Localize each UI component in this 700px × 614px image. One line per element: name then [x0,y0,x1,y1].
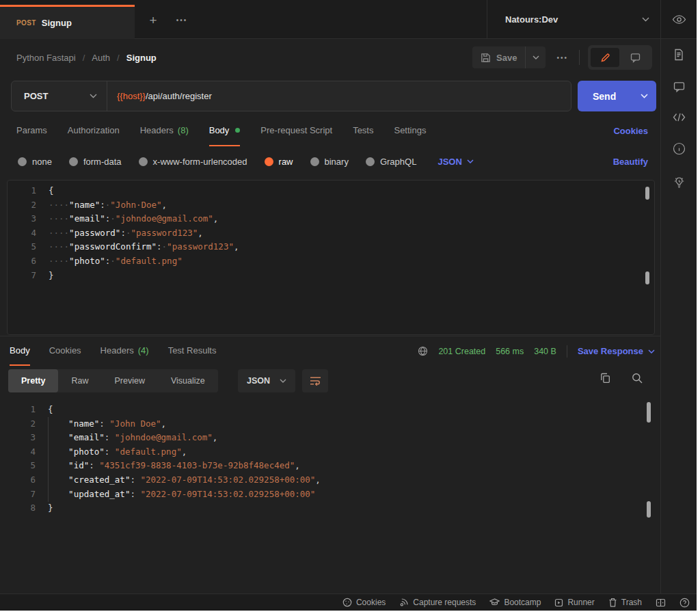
raw-format-dropdown[interactable]: JSON [438,157,473,167]
code-line: 8} [0,501,660,516]
statusbar-help-button[interactable] [679,598,690,608]
breadcrumb-folder[interactable]: Auth [92,53,110,63]
copy-response-button[interactable] [600,373,610,384]
chevron-down-icon [90,94,97,98]
code-line: 6····"photo":·"default.png" [8,254,654,269]
response-tab-cookies[interactable]: Cookies [49,336,81,366]
tab-options-button[interactable]: ••• [172,12,191,28]
cookies-link[interactable]: Cookies [613,115,648,146]
send-button[interactable]: Send [578,81,656,111]
globe-icon [418,346,428,356]
more-options-icon: ••• [556,54,568,62]
scrollbar-thumb[interactable] [645,271,649,284]
save-response-button[interactable]: Save Response [578,346,655,356]
status-bar: Cookies Capture requests Bootcamp Runner… [0,593,697,611]
statusbar-panels-button[interactable] [656,598,666,607]
statusbar-trash-button[interactable]: Trash [608,598,642,607]
radio-x-www-form-urlencoded[interactable]: x-www-form-urlencoded [139,157,247,167]
code-line: 5 "id": "4351cf39-8838-4103-b73e-92b8f48… [0,459,660,473]
new-tab-button[interactable]: + [145,12,161,28]
scrollbar-thumb[interactable] [647,501,651,518]
view-visualize-button[interactable]: Visualize [158,369,218,392]
radio-icon [139,157,148,166]
method-dropdown[interactable]: POST [12,81,107,111]
response-time: 566 ms [496,347,524,356]
radio-raw[interactable]: raw [265,157,293,167]
save-button-label: Save [496,53,517,63]
copy-icon [600,373,610,384]
statusbar-runner-button[interactable]: Runner [554,598,594,607]
chevron-down-icon [280,379,286,383]
code-line: 3····"email":·"johndoe@gmail.com", [8,212,654,226]
divider [579,50,580,65]
response-body-viewer[interactable]: 1{2 "name": "John Doe",3 "email": "johnd… [0,396,660,593]
tab-body[interactable]: Body [209,115,241,146]
radio-form-data[interactable]: form-data [69,157,122,167]
environment-quick-look-button[interactable] [660,0,697,39]
url-input[interactable]: {{host}}/api/auth/register [107,81,212,111]
request-actions: Save ••• [472,40,652,75]
view-pretty-button[interactable]: Pretty [8,369,58,392]
radio-icon [18,157,27,166]
view-preview-button[interactable]: Preview [101,369,157,392]
breadcrumb-collection[interactable]: Python Fastapi [16,53,76,63]
response-toolbar: Pretty Raw Preview Visualize JSON [0,366,660,396]
save-button[interactable]: Save [472,46,525,68]
tab-settings[interactable]: Settings [394,115,426,146]
code-snippet-icon[interactable] [673,113,686,122]
tab-authorization[interactable]: Authorization [68,115,120,146]
beautify-link[interactable]: Beautify [613,157,648,167]
divider [567,345,567,358]
response-tab-body[interactable]: Body [10,336,30,366]
help-icon [679,598,690,608]
tab-headers[interactable]: Headers(8) [140,115,189,146]
request-method-badge: POST [16,19,36,27]
save-options-button[interactable] [525,46,546,68]
documentation-icon[interactable] [673,49,684,61]
search-response-button[interactable] [632,373,643,384]
tab-tests[interactable]: Tests [353,115,373,146]
comments-mode-button[interactable] [621,48,649,67]
environment-selector[interactable]: Natours:Dev [487,0,660,39]
response-format-value: JSON [247,376,270,386]
status-badge: 201 Created [438,347,485,356]
response-body-code: 1{2 "name": "John Doe",3 "email": "johnd… [0,403,660,516]
lightbulb-icon[interactable] [673,176,686,189]
edit-mode-button[interactable] [591,48,619,67]
eye-icon [672,14,686,25]
cookie-icon [342,598,352,607]
more-options-icon: ••• [176,16,188,24]
comments-icon[interactable] [673,81,685,92]
request-body-editor[interactable]: 1{2····"name":·"John·Doe",3····"email":·… [7,180,655,335]
scrollbar-thumb[interactable] [645,187,649,200]
wrap-text-button[interactable] [302,369,328,392]
more-actions-button[interactable]: ••• [554,54,571,62]
postman-app: POST Signup + ••• Natours:Dev Python Fas… [0,0,697,611]
tab-params[interactable]: Params [16,115,47,146]
request-tab-signup[interactable]: POST Signup [0,5,135,39]
request-tab-title: Signup [42,18,72,28]
tab-pre-request-script[interactable]: Pre-request Script [260,115,332,146]
edit-comment-toggle [588,45,652,70]
response-tab-test-results[interactable]: Test Results [168,336,217,366]
statusbar-capture-requests-button[interactable]: Capture requests [399,598,476,607]
request-tabs: Params Authorization Headers(8) Body Pre… [0,115,660,146]
view-raw-button[interactable]: Raw [58,369,101,392]
response-format-dropdown[interactable]: JSON [238,369,295,392]
radio-none[interactable]: none [18,157,52,167]
code-line: 4 "photo": "default.png", [0,445,660,459]
body-present-dot [235,128,240,133]
url-row: POST {{host}}/api/auth/register Send [0,75,660,115]
graduation-cap-icon [489,598,500,606]
statusbar-cookies-button[interactable]: Cookies [342,598,386,607]
code-line: 5····"passwordConfirm":·"password123", [8,240,654,254]
info-icon[interactable] [673,142,686,155]
breadcrumb-request-name[interactable]: Signup [126,53,157,63]
code-line: 7 "updated_at": "2022-07-09T14:53:02.029… [0,488,660,502]
scrollbar-thumb[interactable] [647,402,651,423]
radio-graphql[interactable]: GraphQL [366,157,416,167]
response-tab-headers[interactable]: Headers(4) [100,336,149,366]
radio-binary[interactable]: binary [310,157,349,167]
statusbar-bootcamp-button[interactable]: Bootcamp [489,598,541,607]
send-options-button[interactable] [632,94,656,98]
